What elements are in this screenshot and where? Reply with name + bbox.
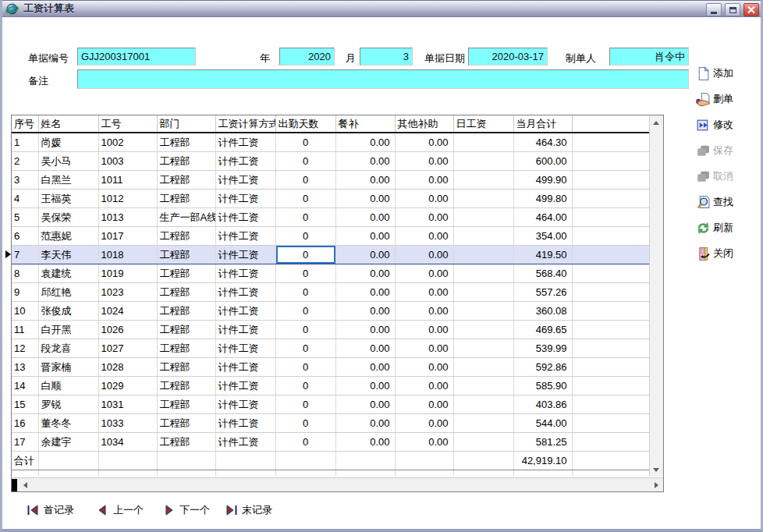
table-cell[interactable]	[572, 190, 649, 208]
table-cell[interactable]: 工程部	[157, 339, 215, 358]
table-cell[interactable]: 568.40	[513, 264, 572, 283]
table-cell[interactable]: 晋家楠	[38, 358, 98, 377]
add-button[interactable]: 添加	[696, 66, 733, 81]
table-cell[interactable]: 1019	[98, 264, 157, 283]
table-cell[interactable]: 白顺	[38, 377, 98, 395]
table-cell[interactable]: 0	[275, 302, 335, 321]
table-cell[interactable]	[572, 321, 649, 339]
table-cell[interactable]: 工程部	[157, 414, 215, 433]
table-cell[interactable]: 计件工资	[215, 339, 275, 358]
table-cell[interactable]: 工程部	[157, 190, 215, 208]
table-cell[interactable]: 工程部	[157, 227, 215, 246]
table-cell[interactable]: 袁建统	[38, 264, 98, 283]
table-cell[interactable]	[572, 302, 649, 321]
save-button[interactable]: 保存	[696, 143, 733, 158]
table-cell[interactable]: 1023	[98, 283, 157, 302]
table-cell[interactable]: 0.00	[395, 395, 453, 414]
table-cell[interactable]: 0	[275, 395, 335, 414]
table-cell[interactable]	[453, 264, 513, 283]
table-cell[interactable]: 4	[12, 190, 38, 208]
table-cell[interactable]	[453, 321, 513, 339]
table-cell[interactable]	[572, 339, 649, 358]
table-cell[interactable]: 1029	[98, 377, 157, 395]
table-cell[interactable]: 计件工资	[215, 395, 275, 414]
year-input[interactable]	[279, 48, 335, 66]
table-cell[interactable]: 1026	[98, 321, 157, 339]
table-cell[interactable]: 李天伟	[38, 246, 98, 264]
table-cell[interactable]	[453, 246, 513, 264]
table-cell[interactable]: 3	[12, 171, 38, 190]
table-cell[interactable]: 0.00	[395, 339, 453, 358]
table-cell[interactable]: 0	[275, 208, 335, 227]
table-cell[interactable]	[572, 171, 649, 190]
table-cell[interactable]: 0	[275, 227, 335, 246]
table-cell[interactable]: 0.00	[395, 190, 453, 208]
doc-date-input[interactable]	[468, 48, 548, 66]
table-cell[interactable]: 0.00	[335, 358, 395, 377]
table-cell[interactable]: 0.00	[395, 433, 453, 452]
table-cell[interactable]: 0	[275, 190, 335, 208]
table-cell[interactable]: 585.90	[513, 377, 572, 395]
table-cell[interactable]: 1002	[98, 133, 157, 152]
table-cell[interactable]: 0	[275, 433, 335, 452]
find-button[interactable]: 查找	[696, 194, 733, 210]
table-cell[interactable]: 0	[275, 133, 335, 152]
table-cell[interactable]	[453, 283, 513, 302]
table-cell[interactable]: 360.08	[513, 302, 572, 321]
table-cell[interactable]: 15	[12, 395, 38, 414]
table-cell[interactable]: 0	[275, 264, 335, 283]
table-cell[interactable]	[453, 377, 513, 395]
table-cell[interactable]: 吴保荣	[38, 208, 98, 227]
table-cell[interactable]: 计件工资	[215, 208, 275, 227]
table-cell[interactable]	[572, 377, 649, 395]
table-cell[interactable]	[572, 133, 649, 152]
table-cell[interactable]: 王福英	[38, 190, 98, 208]
table-cell[interactable]: 计件工资	[215, 358, 275, 377]
last-record-button[interactable]: 末记录	[225, 503, 272, 516]
table-cell[interactable]: 工程部	[157, 302, 215, 321]
table-cell[interactable]	[453, 152, 513, 171]
table-cell[interactable]: 12	[12, 339, 38, 358]
table-cell[interactable]: 计件工资	[215, 246, 275, 264]
delete-button[interactable]: 删单	[696, 91, 733, 107]
table-cell[interactable]: 1033	[98, 414, 157, 433]
table-cell[interactable]: 生产一部A线	[157, 208, 215, 227]
cancel-button[interactable]: 取消	[696, 168, 733, 184]
table-cell[interactable]: 计件工资	[215, 414, 275, 433]
table-cell[interactable]: 工程部	[157, 377, 215, 395]
table-cell[interactable]: 0.00	[335, 227, 395, 246]
table-cell[interactable]	[572, 264, 649, 283]
table-cell[interactable]: 0	[275, 283, 335, 302]
previous-record-button[interactable]: 上一个	[96, 503, 144, 516]
table-cell[interactable]	[453, 208, 513, 227]
table-cell[interactable]: 0.00	[335, 264, 395, 283]
table-cell[interactable]	[572, 208, 649, 227]
table-cell[interactable]	[572, 152, 649, 171]
table-cell[interactable]: 464.00	[513, 208, 572, 227]
table-cell[interactable]: 工程部	[157, 246, 215, 264]
table-cell[interactable]: 0.00	[335, 283, 395, 302]
table-cell[interactable]: 工程部	[157, 264, 215, 283]
table-cell[interactable]: 7	[12, 246, 38, 264]
table-cell[interactable]: 白黑兰	[38, 171, 98, 190]
table-cell[interactable]: 14	[12, 377, 38, 395]
table-cell[interactable]: 计件工资	[215, 433, 275, 452]
table-cell[interactable]: 1027	[98, 339, 157, 358]
table-cell[interactable]: 计件工资	[215, 227, 275, 246]
table-cell[interactable]: 计件工资	[215, 264, 275, 283]
scroll-up-button[interactable]	[649, 115, 663, 129]
table-cell[interactable]: 工程部	[157, 171, 215, 190]
next-record-button[interactable]: 下一个	[162, 503, 210, 516]
doc-no-input[interactable]	[77, 48, 196, 66]
table-cell[interactable]: 600.00	[513, 152, 572, 171]
table-cell[interactable]: 工程部	[157, 133, 215, 152]
table-cell[interactable]	[572, 283, 649, 302]
table-cell[interactable]	[572, 433, 649, 452]
table-cell[interactable]: 1	[12, 133, 38, 152]
table-cell[interactable]: 0.00	[335, 414, 395, 433]
table-cell[interactable]: 0	[275, 339, 335, 358]
table-cell[interactable]: 1012	[98, 190, 157, 208]
table-cell[interactable]: 13	[12, 358, 38, 377]
table-cell[interactable]: 0.00	[335, 246, 395, 264]
table-cell[interactable]	[453, 133, 513, 152]
